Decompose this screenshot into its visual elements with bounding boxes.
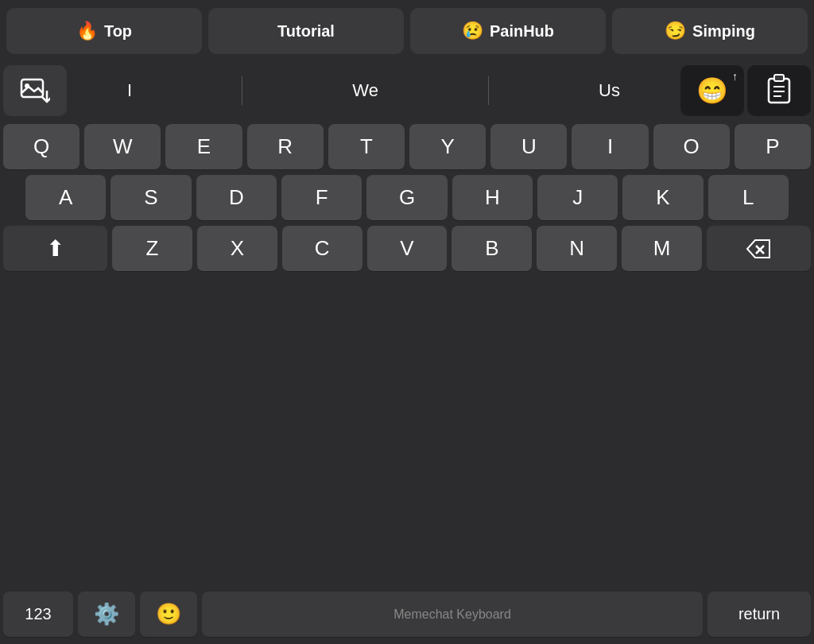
key-row-2: A S D F G H J K L	[3, 175, 811, 221]
key-g[interactable]: G	[366, 175, 447, 221]
divider-2	[488, 76, 489, 105]
image-import-button[interactable]	[3, 65, 67, 116]
tab-painhub[interactable]: 😢 PainHub	[410, 8, 606, 54]
return-key[interactable]: return	[707, 592, 811, 638]
key-m[interactable]: M	[622, 226, 702, 272]
clipboard-icon	[764, 72, 794, 110]
key-s[interactable]: S	[110, 175, 191, 221]
svg-rect-0	[21, 80, 43, 97]
key-v[interactable]: V	[367, 226, 448, 272]
key-k[interactable]: K	[622, 175, 703, 221]
numbers-key[interactable]: 123	[3, 592, 73, 638]
key-d[interactable]: D	[196, 175, 277, 221]
tab-painhub-label: PainHub	[490, 22, 554, 41]
tab-tutorial-label: Tutorial	[277, 22, 335, 41]
shift-key[interactable]: ⬆	[3, 226, 107, 272]
gear-icon: ⚙️	[94, 602, 119, 627]
up-arrow-icon: ↑	[732, 70, 738, 83]
key-o[interactable]: O	[653, 124, 730, 170]
space-label: Memechat Keyboard	[393, 607, 511, 622]
key-y[interactable]: Y	[409, 124, 486, 170]
suggestion-right-buttons: 😁 ↑	[680, 65, 811, 116]
smiley-icon: 🙂	[156, 602, 181, 627]
numbers-label: 123	[25, 605, 51, 623]
key-u[interactable]: U	[490, 124, 567, 170]
tab-tutorial[interactable]: Tutorial	[208, 8, 404, 54]
key-j[interactable]: J	[537, 175, 618, 221]
tab-top[interactable]: 🔥 Top	[6, 8, 202, 54]
tab-top-emoji: 🔥	[76, 21, 98, 41]
key-p[interactable]: P	[735, 124, 811, 170]
suggestion-word-i[interactable]: I	[119, 80, 140, 101]
key-c[interactable]: C	[282, 226, 362, 272]
key-b[interactable]: B	[452, 226, 532, 272]
key-r[interactable]: R	[247, 124, 324, 170]
key-row-1: Q W E R T Y U I O P	[3, 124, 811, 170]
tabs-row: 🔥 Top Tutorial 😢 PainHub 😏 Simping	[0, 0, 814, 62]
key-h[interactable]: H	[452, 175, 533, 221]
key-w[interactable]: W	[84, 124, 161, 170]
key-z[interactable]: Z	[112, 226, 192, 272]
emoji-key[interactable]: 🙂	[140, 592, 197, 638]
backspace-key[interactable]	[707, 226, 811, 272]
key-a[interactable]: A	[25, 175, 106, 221]
key-x[interactable]: X	[197, 226, 277, 272]
key-e[interactable]: E	[165, 124, 242, 170]
return-label: return	[738, 605, 780, 623]
emoji-send-button[interactable]: 😁 ↑	[680, 65, 744, 116]
key-i[interactable]: I	[572, 124, 648, 170]
suggestions-row: I We Us 😁 ↑	[0, 62, 814, 119]
tab-simping-label: Simping	[692, 22, 755, 41]
space-key[interactable]: Memechat Keyboard	[202, 592, 703, 638]
key-row-3: ⬆ Z X C V B N M	[3, 226, 811, 272]
tab-simping-emoji: 😏	[665, 21, 686, 41]
key-l[interactable]: L	[708, 175, 789, 221]
suggestion-word-us[interactable]: Us	[591, 80, 628, 101]
bottom-row: 123 ⚙️ 🙂 Memechat Keyboard return	[0, 588, 814, 644]
divider-1	[242, 76, 242, 105]
key-q[interactable]: Q	[3, 124, 79, 170]
settings-key[interactable]: ⚙️	[78, 592, 135, 638]
key-f[interactable]: F	[281, 175, 362, 221]
tab-painhub-emoji: 😢	[462, 21, 483, 41]
svg-rect-4	[774, 75, 784, 81]
tab-top-label: Top	[104, 22, 132, 41]
suggestions-words: I We Us	[68, 65, 679, 116]
tab-simping[interactable]: 😏 Simping	[612, 8, 808, 54]
key-t[interactable]: T	[328, 124, 405, 170]
key-n[interactable]: N	[537, 226, 617, 272]
clipboard-button[interactable]	[747, 65, 811, 116]
suggestion-word-we[interactable]: We	[344, 80, 386, 101]
image-import-icon	[20, 76, 50, 106]
keyboard-area: Q W E R T Y U I O P A S D F G H J K L ⬆ …	[0, 119, 814, 588]
emoji-send-icon: 😁	[696, 76, 728, 106]
